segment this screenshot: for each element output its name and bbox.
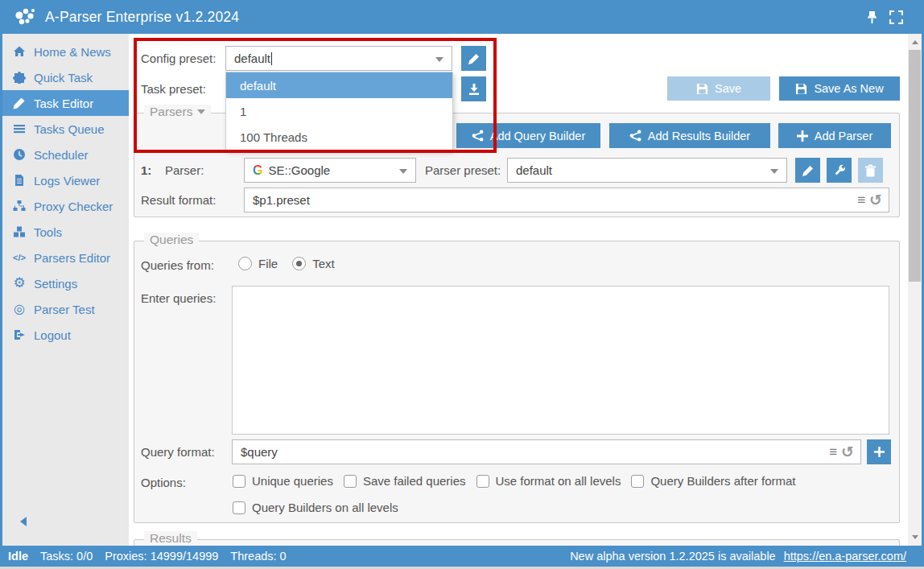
add-query-format-button[interactable] bbox=[867, 439, 891, 464]
download-task-preset-button[interactable] bbox=[461, 76, 486, 101]
update-link[interactable]: https://en.a-parser.com/ bbox=[784, 550, 906, 563]
save-icon bbox=[696, 83, 708, 95]
sidebar-item-scheduler[interactable]: Scheduler bbox=[2, 142, 129, 167]
config-preset-combobox[interactable]: default bbox=[225, 46, 452, 71]
queries-legend-label: Queries bbox=[150, 233, 193, 247]
sidebar-item-label: Proxy Checker bbox=[34, 200, 113, 213]
queries-from-text-radio[interactable]: Text bbox=[292, 257, 335, 270]
sidebar-item-label: Quick Task bbox=[34, 71, 93, 85]
scroll-down-button[interactable] bbox=[908, 530, 922, 544]
add-parser-button[interactable]: Add Parser bbox=[778, 123, 891, 148]
use-format-all-levels-checkbox[interactable]: Use format on all levels bbox=[476, 474, 621, 488]
sidebar-item-tasks-queue[interactable]: Tasks Queue bbox=[2, 116, 129, 142]
dropdown-option-100-threads[interactable]: 100 Threads bbox=[226, 124, 452, 150]
queries-textarea[interactable] bbox=[232, 286, 889, 435]
template-list-icon[interactable]: ≡ bbox=[829, 444, 837, 460]
text-cursor bbox=[271, 52, 272, 65]
add-parser-label: Add Parser bbox=[815, 130, 873, 142]
query-builders-after-format-checkbox[interactable]: Query Builders after format bbox=[631, 474, 795, 488]
parser-select[interactable]: G SE::Google bbox=[244, 158, 416, 183]
title-bar: A-Parser Enterprise v1.2.2024 bbox=[0, 0, 924, 34]
chevron-down-icon bbox=[435, 57, 443, 62]
sidebar-item-task-editor[interactable]: Task Editor bbox=[2, 90, 129, 116]
fullscreen-icon[interactable] bbox=[889, 10, 903, 24]
unique-queries-checkbox[interactable]: Unique queries bbox=[233, 474, 333, 488]
pin-icon[interactable] bbox=[866, 10, 878, 24]
result-format-input[interactable]: $p1.preset ≡ ↺ bbox=[244, 188, 889, 212]
save-as-new-button-label: Save As New bbox=[814, 82, 883, 95]
sidebar-item-proxy-checker[interactable]: Proxy Checker bbox=[2, 193, 129, 219]
status-threads: Threads: 0 bbox=[230, 550, 286, 563]
sidebar-item-settings[interactable]: ⚙ Settings bbox=[2, 270, 129, 296]
enter-queries-label: Enter queries: bbox=[141, 291, 216, 305]
queries-from-file-radio[interactable]: File bbox=[238, 257, 278, 270]
parsers-legend[interactable]: Parsers bbox=[144, 105, 211, 119]
sidebar-item-label: Scheduler bbox=[34, 148, 89, 162]
add-results-builder-label: Add Results Builder bbox=[648, 130, 750, 142]
sidebar-item-logs-viewer[interactable]: Logs Viewer bbox=[2, 167, 129, 193]
query-format-input[interactable]: $query ≡ ↺ bbox=[232, 439, 861, 464]
chevron-down-icon bbox=[197, 109, 205, 114]
dropdown-option-1[interactable]: 1 bbox=[226, 98, 452, 124]
parser-row-index: 1: bbox=[141, 163, 151, 177]
clock-icon bbox=[12, 148, 27, 161]
sidebar-item-logout[interactable]: Logout bbox=[2, 322, 129, 348]
config-preset-value: default bbox=[234, 52, 270, 65]
scrollbar-thumb[interactable] bbox=[909, 50, 921, 282]
edit-config-preset-button[interactable] bbox=[461, 46, 486, 71]
delete-parser-button[interactable] bbox=[858, 158, 883, 183]
checkbox-label: Save failed queries bbox=[363, 474, 466, 488]
parser-settings-button[interactable] bbox=[827, 158, 852, 183]
status-bar: Idle Tasks: 0/0 Proxies: 14999/14999 Thr… bbox=[0, 546, 924, 567]
chevron-down-icon bbox=[770, 169, 778, 174]
reset-icon[interactable]: ↺ bbox=[841, 443, 854, 461]
share-icon bbox=[629, 130, 641, 142]
window-border-left bbox=[0, 34, 2, 546]
chevron-down-icon bbox=[399, 169, 407, 174]
results-legend: Results bbox=[144, 531, 197, 546]
sidebar-item-label: Parser Test bbox=[34, 303, 95, 316]
save-as-new-button[interactable]: Save As New bbox=[779, 76, 900, 101]
reset-icon[interactable]: ↺ bbox=[869, 191, 882, 209]
edit-parser-preset-button[interactable] bbox=[795, 158, 820, 183]
scroll-up-button[interactable] bbox=[908, 35, 922, 49]
pencil-icon bbox=[468, 52, 481, 65]
sidebar-item-label: Parsers Editor bbox=[34, 251, 110, 265]
dropdown-option-default[interactable]: default bbox=[226, 72, 452, 98]
add-query-builder-button[interactable]: Add Query Builder bbox=[456, 123, 600, 148]
save-failed-queries-checkbox[interactable]: Save failed queries bbox=[344, 474, 466, 488]
radio-text-label: Text bbox=[312, 257, 335, 270]
document-icon bbox=[12, 174, 27, 187]
sidebar-item-quick-task[interactable]: Quick Task bbox=[2, 64, 129, 90]
result-format-label: Result format: bbox=[141, 193, 216, 207]
sidebar-item-home-news[interactable]: Home & News bbox=[2, 39, 129, 64]
sidebar-item-tools[interactable]: Tools bbox=[2, 219, 129, 245]
save-icon bbox=[795, 83, 807, 95]
sidebar-item-label: Logs Viewer bbox=[34, 174, 100, 188]
options-row-2: Query Builders on all levels bbox=[233, 501, 398, 514]
sidebar-item-label: Tasks Queue bbox=[34, 122, 105, 136]
target-icon: ◎ bbox=[12, 303, 27, 315]
checkbox-box bbox=[344, 475, 357, 488]
template-list-icon[interactable]: ≡ bbox=[857, 192, 865, 208]
checkbox-box bbox=[233, 501, 245, 514]
query-builders-all-levels-checkbox[interactable]: Query Builders on all levels bbox=[233, 501, 398, 514]
parser-preset-select[interactable]: default bbox=[507, 158, 787, 183]
save-button[interactable]: Save bbox=[667, 76, 770, 101]
sidebar-collapse-arrow[interactable] bbox=[20, 517, 27, 526]
config-preset-label: Config preset: bbox=[141, 52, 216, 65]
home-icon bbox=[12, 45, 27, 58]
parser-preset-label: Parser preset: bbox=[425, 163, 501, 177]
add-results-builder-button[interactable]: Add Results Builder bbox=[609, 123, 770, 148]
sidebar-item-parsers-editor[interactable]: </> Parsers Editor bbox=[2, 245, 129, 270]
sidebar-item-label: Logout bbox=[34, 328, 71, 342]
sidebar-item-parser-test[interactable]: ◎ Parser Test bbox=[2, 296, 129, 322]
checkbox-label: Use format on all levels bbox=[496, 474, 621, 488]
list-icon bbox=[12, 122, 27, 135]
share-icon bbox=[472, 130, 484, 142]
radio-circle bbox=[292, 257, 306, 270]
config-preset-dropdown: default 1 100 Threads bbox=[225, 72, 453, 150]
parser-label: Parser: bbox=[165, 163, 204, 177]
checkbox-label: Query Builders after format bbox=[650, 474, 795, 488]
puzzle-icon bbox=[12, 71, 27, 84]
